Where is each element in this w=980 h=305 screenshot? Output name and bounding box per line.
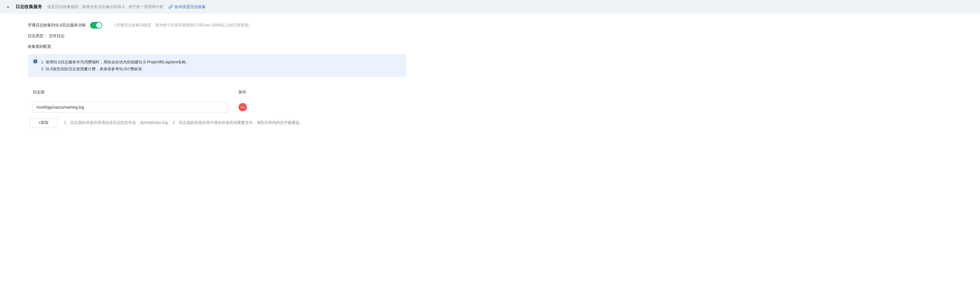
svg-rect-2 [35, 60, 36, 61]
rule-config-label: 收集规则配置 [28, 44, 406, 49]
info-line-2: 2. SLS按您实际日志使用量计费，具体请参考SLS计费标准。 [41, 65, 189, 73]
add-button[interactable]: +添加 [29, 118, 57, 127]
minus-icon [241, 107, 244, 108]
info-icon [33, 59, 38, 64]
section-description: 设置日志收集规则，能将业务日志输出到SLS，便于统一管理和分析 [47, 5, 164, 10]
table-footer: +添加 1、日志源的存放目录须包含日志的文件名，如/tmp0/cjsc.log。… [28, 115, 406, 130]
log-source-table: 日志源 操作 +添加 1、日志源的存放目录须包含日志的文件名，如/tmp0/cj… [28, 85, 406, 130]
table-header: 日志源 操作 [28, 85, 406, 99]
log-type-label: 日志类型： [28, 33, 47, 38]
info-box: 1. 使用SLS日志服务作为消费端时，系统会自动为您创建SLS Project和… [28, 54, 406, 77]
log-type-row: 日志类型：文件日志 [28, 33, 406, 39]
info-line-1: 1. 使用SLS日志服务作为消费端时，系统会自动为您创建SLS Project和… [41, 59, 189, 65]
footer-hint: 1、日志源的存放目录须包含日志的文件名，如/tmp0/cjsc.log。 2、日… [64, 120, 303, 125]
svg-rect-1 [35, 61, 36, 62]
link-icon [169, 5, 173, 9]
remove-button[interactable] [239, 103, 247, 111]
log-source-input[interactable] [33, 102, 228, 113]
section-title: 日志收集服务 [16, 4, 42, 10]
log-type-value: 文件日志 [49, 33, 65, 38]
content-area: 开通日志收集到SLS日志服务功能 （开通日志收集功能后，请为每个应用实例预留0.… [0, 14, 434, 138]
help-link[interactable]: 如何设置日志收集 [169, 5, 206, 10]
enable-row: 开通日志收集到SLS日志服务功能 （开通日志收集功能后，请为每个应用实例预留0.… [28, 22, 406, 29]
chevron-down-icon[interactable] [6, 5, 11, 10]
section-header: 日志收集服务 设置日志收集规则，能将业务日志输出到SLS，便于统一管理和分析 如… [0, 0, 980, 14]
column-header-source: 日志源 [33, 90, 239, 95]
enable-label: 开通日志收集到SLS日志服务功能 [28, 23, 86, 28]
enable-toggle[interactable] [90, 22, 102, 29]
info-text: 1. 使用SLS日志服务作为消费端时，系统会自动为您创建SLS Project和… [41, 59, 189, 73]
table-row [28, 99, 406, 115]
enable-hint: （开通日志收集功能后，请为每个应用实例预留0.25Core 250M以上的可用资… [112, 23, 252, 28]
column-header-action: 操作 [239, 90, 246, 95]
help-link-label: 如何设置日志收集 [175, 5, 206, 10]
